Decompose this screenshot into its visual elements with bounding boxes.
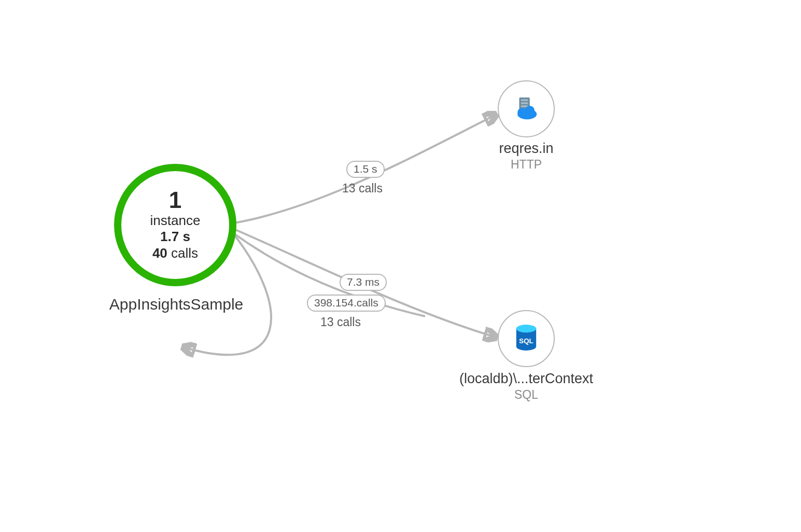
latency-value: 1.7 bbox=[160, 229, 179, 244]
edge-sql-latency-pill: 7.3 ms bbox=[340, 274, 387, 291]
calls-word: calls bbox=[171, 245, 198, 261]
instance-count: 1 bbox=[169, 189, 181, 212]
cloud-server-icon bbox=[512, 95, 540, 123]
svg-rect-2 bbox=[521, 102, 528, 104]
edges-layer bbox=[0, 0, 801, 532]
svg-point-5 bbox=[517, 108, 526, 117]
dependency-label-http: reqres.in HTTP bbox=[467, 141, 586, 172]
svg-point-6 bbox=[525, 106, 535, 116]
dependency-name-sql: (localdb)\...terContext bbox=[441, 371, 612, 387]
latency-unit: s bbox=[182, 229, 190, 244]
dependency-label-sql: (localdb)\...terContext SQL bbox=[441, 371, 612, 402]
svg-point-8 bbox=[516, 325, 536, 332]
sql-database-icon: SQL bbox=[514, 324, 538, 353]
edge-selfloop-calls: 13 calls bbox=[320, 315, 361, 329]
dependency-type-sql: SQL bbox=[441, 388, 612, 402]
dependency-node-http[interactable] bbox=[498, 80, 555, 137]
svg-rect-1 bbox=[521, 99, 528, 101]
instance-word: instance bbox=[150, 213, 201, 229]
calls-line: 40 calls bbox=[152, 245, 198, 261]
application-map-diagram: 1 instance 1.7 s 40 calls AppInsightsSam… bbox=[0, 0, 801, 532]
edge-http-latency-pill: 1.5 s bbox=[346, 161, 385, 178]
dependency-name-http: reqres.in bbox=[467, 141, 586, 157]
dependency-node-sql[interactable]: SQL bbox=[498, 310, 555, 367]
app-node-label: AppInsightsSample bbox=[109, 296, 244, 313]
edge-selfloop-latency-pill: 398.154.calls bbox=[307, 295, 386, 312]
svg-text:SQL: SQL bbox=[519, 337, 533, 345]
latency-line: 1.7 s bbox=[160, 229, 190, 245]
calls-value: 40 bbox=[152, 245, 167, 261]
dependency-type-http: HTTP bbox=[467, 158, 586, 172]
app-node[interactable]: 1 instance 1.7 s 40 calls bbox=[114, 164, 236, 286]
edge-http-calls: 13 calls bbox=[342, 181, 383, 195]
